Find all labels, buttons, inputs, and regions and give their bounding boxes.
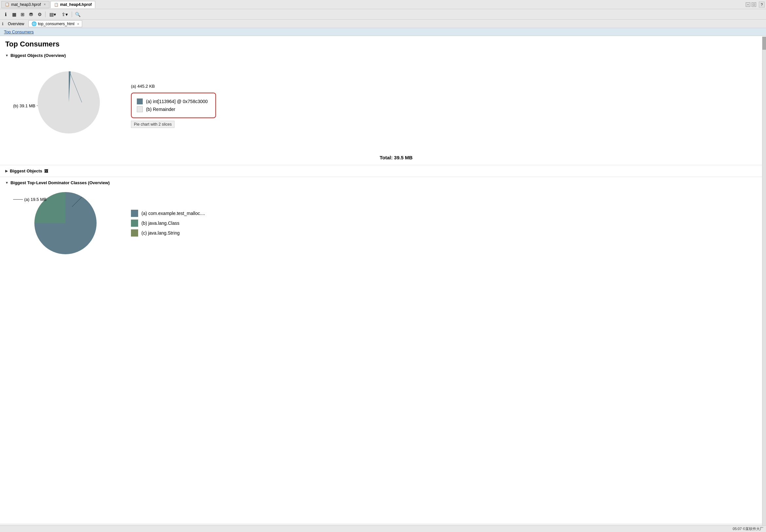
legend-box-2: (a) com.example.test_malloc.... (b) java… [131, 205, 205, 241]
share-icon: ⇪▾ [62, 12, 68, 17]
pie2-line-label-a [13, 199, 23, 200]
legend-item2-c-label: (c) java.lang.String [141, 230, 180, 236]
pie-label-b-text: (b) 39.1 MB [13, 103, 35, 108]
chart-info-text: Pie chart with 2 slices [131, 121, 174, 128]
legend-swatch2-a [131, 210, 138, 217]
tab1-icon: 📋 [5, 2, 9, 7]
section1-collapse-arrow: ▼ [5, 54, 9, 57]
tab1-close-icon[interactable]: × [44, 3, 46, 6]
bar-chart-button[interactable]: ▦ [10, 11, 18, 18]
nav-tab-overview[interactable]: Overview [5, 21, 27, 27]
pie-chart-1-right: (a) 445.2 KB (a) int[113964] @ 0x758c300… [131, 84, 216, 128]
bar-chart-icon: ▦ [12, 12, 16, 17]
toolbar-divider2 [72, 11, 72, 17]
section3-label: Biggest Top-Level Dominator Classes (Ove… [10, 180, 110, 185]
search-button[interactable]: 🔍 [74, 11, 81, 18]
section2-icon: 🖼 [44, 169, 48, 173]
title-bar: 📋 mat_heap3.hprof × 📋 mat_heap4.hprof − … [0, 0, 766, 9]
grid-button[interactable]: ⊞ [19, 11, 26, 18]
grid-icon: ⊞ [21, 12, 25, 17]
legend-item-a-label: (a) int[113964] @ 0x758c3000 [146, 99, 208, 104]
main-toolbar: ℹ ▦ ⊞ ⛃ ⚙ ▤▾ ⇪▾ 🔍 [0, 9, 766, 20]
window-controls: − □ [746, 2, 756, 7]
section1-label: Biggest Objects (Overview) [10, 53, 66, 58]
pie-chart-1-container: (b) 39.1 MB [13, 66, 111, 145]
legend-item2-a: (a) com.example.test_malloc.... [131, 210, 205, 217]
window-tab2[interactable]: 📋 mat_heap4.hprof [50, 1, 96, 8]
tab2-icon: 📋 [54, 3, 59, 7]
gear-icon: ⚙ [38, 12, 42, 17]
pie-chart-2-container: (a) 19.5 MB [13, 190, 111, 256]
legend-item-b: (b) Remainder [137, 106, 210, 112]
label-a-text: (a) 445.2 KB [131, 84, 155, 89]
legend-item2-b-label: (b) java.lang.Class [141, 221, 179, 226]
gear-button[interactable]: ⚙ [36, 11, 43, 18]
toolbar-divider1 [45, 11, 45, 17]
section3-header[interactable]: ▼ Biggest Top-Level Dominator Classes (O… [0, 178, 766, 187]
tab1-label: mat_heap3.hprof [11, 2, 41, 7]
legend-swatch-a [137, 98, 143, 104]
legend-swatch2-b [131, 220, 138, 227]
maximize-button[interactable]: □ [752, 2, 756, 7]
db-button[interactable]: ⛃ [27, 11, 35, 18]
layout-icon: ▤▾ [49, 12, 56, 17]
legend-item-b-label: (b) Remainder [146, 107, 175, 112]
legend-box-1: (a) int[113964] @ 0x758c3000 (b) Remaind… [131, 93, 216, 118]
section2-expand-arrow: ▶ [5, 169, 8, 173]
total-label-1: Total: 39.5 MB [26, 151, 766, 164]
pie2-label-a-text: (a) 19.5 MB [24, 197, 46, 202]
legend-item-a: (a) int[113964] @ 0x758c3000 [137, 98, 210, 104]
top-consumers-tab-label: top_consumers_html [38, 22, 74, 26]
main-content: Top Consumers Top Consumers ▼ Biggest Ob… [0, 28, 766, 523]
breadcrumb-link[interactable]: Top Consumers [4, 29, 34, 34]
pie-chart-info-caption: Pie chart with 2 slices [131, 121, 216, 128]
help-button[interactable]: ? [759, 2, 765, 8]
share-button[interactable]: ⇪▾ [59, 11, 70, 18]
section2-label: Biggest Objects [10, 168, 42, 173]
minimize-button[interactable]: − [746, 2, 750, 7]
pie2-label-a: (a) 19.5 MB [13, 197, 46, 202]
pie-svg-wrapper [36, 70, 101, 136]
label-a-row: (a) 445.2 KB [131, 84, 216, 89]
section3-collapse-arrow: ▼ [5, 181, 9, 185]
legend-item2-b: (b) java.lang.Class [131, 220, 205, 227]
info-icon: ℹ [5, 12, 7, 17]
section1-header[interactable]: ▼ Biggest Objects (Overview) [0, 51, 766, 60]
divider-2 [0, 177, 766, 177]
chart-area-2: (a) 19.5 MB (a) com.example.test_malloc.… [0, 187, 766, 259]
scrollbar[interactable] [762, 37, 766, 523]
legend-item2-c: (c) java.lang.String [131, 229, 205, 237]
page-title: Top Consumers [0, 36, 766, 51]
search-icon: 🔍 [75, 12, 80, 17]
divider-1 [0, 165, 766, 165]
total-value: Total: 39.5 MB [380, 155, 413, 160]
nav-toolbar: ℹ Overview 🌐 top_consumers_html × [0, 20, 766, 28]
layout-button[interactable]: ▤▾ [47, 11, 58, 18]
legend-item2-a-label: (a) com.example.test_malloc.... [141, 211, 205, 216]
info-button[interactable]: ℹ [2, 11, 9, 18]
chart-area-1: (b) 39.1 MB (a) 445.2 KB [0, 60, 766, 151]
legend-swatch-b [137, 106, 143, 112]
scrollbar-thumb[interactable] [762, 37, 766, 50]
pie-chart-1-svg [36, 70, 101, 135]
db-icon: ⛃ [29, 12, 33, 17]
info-nav-icon: ℹ [2, 22, 4, 26]
window-tab1[interactable]: 📋 mat_heap3.hprof × [1, 1, 49, 8]
tab2-label: mat_heap4.hprof [60, 2, 92, 7]
overview-tab-label: Overview [8, 22, 24, 26]
section2-header[interactable]: ▶ Biggest Objects 🖼 [0, 167, 766, 175]
tab-icon-globe: 🌐 [31, 21, 37, 26]
nav-tab-top-consumers[interactable]: 🌐 top_consumers_html × [28, 20, 82, 27]
top-consumers-tab-close[interactable]: × [77, 22, 79, 26]
breadcrumb-bar: Top Consumers [0, 28, 766, 36]
legend-swatch2-c [131, 229, 138, 237]
